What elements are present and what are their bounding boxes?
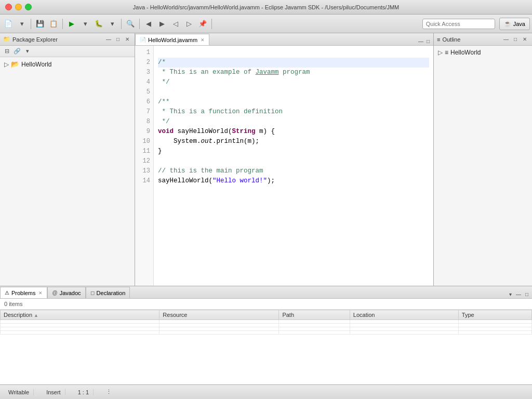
tab-problems[interactable]: ⚠ Problems ✕ bbox=[0, 287, 47, 298]
package-explorer-title: 📁 Package Explorer bbox=[3, 36, 104, 43]
minimize-editor-button[interactable]: — bbox=[417, 37, 425, 45]
java-icon: ☕ bbox=[504, 20, 511, 27]
view-menu-button[interactable]: ▾ bbox=[23, 47, 32, 56]
col-description[interactable]: Description ▲ bbox=[1, 310, 159, 320]
javadoc-tab-label: Javadoc bbox=[60, 290, 81, 296]
next-edit-button[interactable]: ▶ bbox=[156, 18, 168, 30]
problems-count: 0 items bbox=[0, 299, 532, 310]
view-menu-bottom-button[interactable]: ▾ bbox=[508, 290, 513, 298]
line-num-13: 13 bbox=[138, 166, 150, 176]
window-controls bbox=[5, 4, 32, 10]
col-type[interactable]: Type bbox=[458, 310, 531, 320]
quick-access-input[interactable] bbox=[422, 19, 495, 29]
prev-button[interactable]: ◁ bbox=[169, 18, 182, 30]
list-item[interactable]: ▷ ≡ HelloWorld bbox=[434, 48, 532, 57]
save-all-button[interactable]: 📋 bbox=[47, 18, 60, 30]
minimize-panel-button[interactable]: — bbox=[104, 35, 113, 44]
problems-tab-label: Problems bbox=[11, 290, 35, 296]
code-line-5: /** bbox=[158, 98, 170, 105]
java-perspective-button[interactable]: ☕ Java bbox=[499, 18, 530, 30]
maximize-button[interactable] bbox=[25, 4, 32, 10]
new-dropdown-button[interactable]: ▾ bbox=[16, 18, 28, 30]
code-normal3: System. bbox=[174, 138, 201, 145]
search-button[interactable]: 🔍 bbox=[124, 18, 137, 30]
tab-javadoc[interactable]: @ Javadoc bbox=[47, 287, 85, 298]
col-type-label: Type bbox=[462, 312, 474, 318]
perspective-label: Java bbox=[513, 21, 525, 27]
prev-edit-button[interactable]: ◀ bbox=[142, 18, 155, 30]
code-comment: * This is an example of Javamm program bbox=[158, 69, 310, 76]
code-content[interactable]: /* * This is an example of Javamm progra… bbox=[154, 46, 433, 286]
toolbar-sep-4 bbox=[139, 19, 140, 29]
minimize-outline-button[interactable]: — bbox=[502, 35, 510, 44]
col-location-label: Location bbox=[353, 312, 375, 318]
link-editor-button[interactable]: 🔗 bbox=[12, 47, 22, 56]
javadoc-icon: @ bbox=[52, 290, 57, 296]
code-string: "Hello world!" bbox=[212, 177, 267, 184]
maximize-outline-button[interactable]: □ bbox=[511, 35, 520, 44]
code-line-13: sayHelloWorld("Hello world!"); bbox=[158, 177, 275, 184]
col-path-label: Path bbox=[282, 312, 294, 318]
close-outline-button[interactable]: ✕ bbox=[521, 35, 529, 44]
code-call2: ); bbox=[267, 177, 275, 184]
code-normal4: .println(m); bbox=[212, 138, 259, 145]
main-layout: 📁 Package Explorer — □ ✕ ⊟ 🔗 ▾ ▷ 📂 Hello… bbox=[0, 33, 532, 286]
line-num-7: 7 bbox=[138, 107, 150, 117]
bottom-tab-controls: ▾ — □ bbox=[508, 290, 532, 298]
col-location[interactable]: Location bbox=[350, 310, 458, 320]
col-description-label: Description bbox=[4, 312, 32, 318]
titlebar: Java - HelloWorld/src/javamm/HelloWorld.… bbox=[0, 0, 532, 15]
line-num-14: 14 bbox=[138, 176, 150, 186]
code-line-9: System.out.println(m); bbox=[158, 138, 259, 145]
problems-table: Description ▲ Resource Path Location Typ… bbox=[0, 310, 532, 335]
debug-dropdown-button[interactable]: ▾ bbox=[106, 18, 118, 30]
collapse-all-button[interactable]: ⊟ bbox=[2, 47, 11, 56]
list-item[interactable]: ▷ 📂 HelloWorld bbox=[0, 59, 135, 69]
maximize-panel-button[interactable]: □ bbox=[114, 35, 122, 44]
package-explorer-header: 📁 Package Explorer — □ ✕ bbox=[0, 33, 135, 46]
bottom-panel: ⚠ Problems ✕ @ Javadoc ◻ Declaration ▾ —… bbox=[0, 286, 532, 384]
code-normal: sayHelloWorld( bbox=[178, 128, 232, 135]
status-writable: Writable bbox=[4, 389, 34, 395]
next-button[interactable]: ▷ bbox=[183, 18, 195, 30]
close-button[interactable] bbox=[5, 4, 12, 10]
table-row bbox=[1, 324, 532, 327]
run-button[interactable]: ▶ bbox=[65, 18, 78, 30]
run-dropdown-button[interactable]: ▾ bbox=[79, 18, 91, 30]
new-button[interactable]: 📄 bbox=[2, 18, 15, 30]
close-tab-button[interactable]: ✕ bbox=[201, 37, 205, 43]
editor-tab-helloworld[interactable]: 📄 HelloWorld.javamm ✕ bbox=[135, 34, 209, 45]
editor-area: 📄 HelloWorld.javamm ✕ — □ 1 2 3 4 5 6 7 … bbox=[135, 33, 433, 286]
code-comment: /* bbox=[158, 59, 166, 66]
debug-button[interactable]: 🐛 bbox=[92, 18, 105, 30]
project-icon: 📂 bbox=[11, 60, 19, 68]
project-label: HelloWorld bbox=[21, 61, 51, 68]
table-row bbox=[1, 331, 532, 335]
save-button[interactable]: 💾 bbox=[34, 18, 46, 30]
col-path[interactable]: Path bbox=[279, 310, 350, 320]
maximize-editor-button[interactable]: □ bbox=[425, 37, 431, 45]
outline-item-symbol: ≡ bbox=[445, 49, 448, 56]
package-explorer-panel: 📁 Package Explorer — □ ✕ ⊟ 🔗 ▾ ▷ 📂 Hello… bbox=[0, 33, 135, 286]
pin-button[interactable]: 📌 bbox=[196, 18, 209, 30]
editor-tab-controls: — □ bbox=[417, 37, 433, 45]
minimize-bottom-button[interactable]: — bbox=[514, 290, 523, 298]
code-keyword: void bbox=[158, 128, 174, 135]
bottom-tabs: ⚠ Problems ✕ @ Javadoc ◻ Declaration ▾ —… bbox=[0, 286, 532, 299]
code-call: sayHelloWorld( bbox=[158, 177, 212, 184]
close-panel-button[interactable]: ✕ bbox=[123, 35, 131, 44]
maximize-bottom-button[interactable]: □ bbox=[524, 290, 530, 298]
problems-content: 0 items Description ▲ Resource Path Loca… bbox=[0, 299, 532, 384]
tab-declaration[interactable]: ◻ Declaration bbox=[86, 287, 130, 298]
col-resource[interactable]: Resource bbox=[159, 310, 279, 320]
minimize-button[interactable] bbox=[15, 4, 22, 10]
code-keyword2: String bbox=[232, 128, 256, 135]
code-brace: } bbox=[158, 148, 162, 155]
declaration-tab-label: Declaration bbox=[97, 290, 126, 296]
code-line-8: void sayHelloWorld(String m) { bbox=[158, 128, 275, 135]
outline-controls: — □ ✕ bbox=[502, 35, 529, 44]
code-line-6: * This is a function definition bbox=[158, 108, 283, 115]
outline-icon: ≡ bbox=[437, 36, 440, 43]
col-resource-label: Resource bbox=[163, 312, 187, 318]
close-problems-tab-button[interactable]: ✕ bbox=[38, 290, 43, 296]
